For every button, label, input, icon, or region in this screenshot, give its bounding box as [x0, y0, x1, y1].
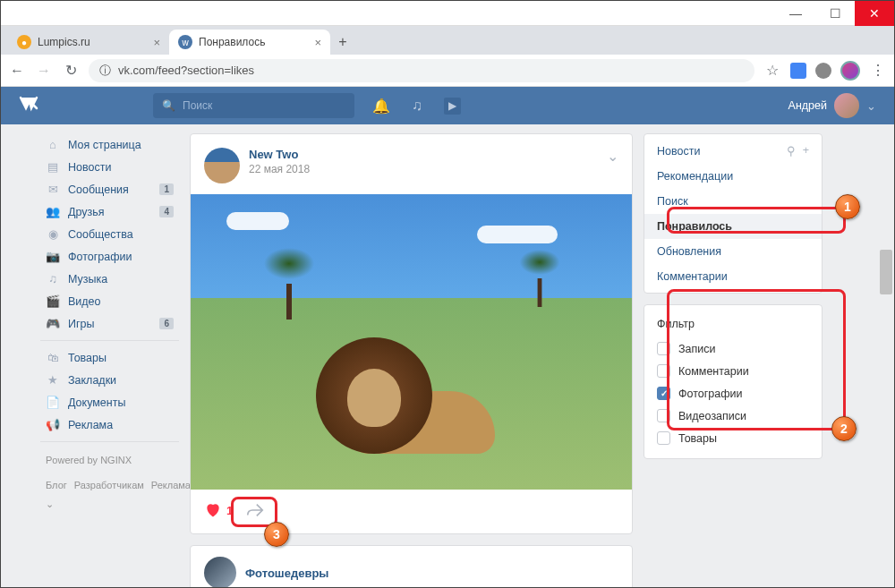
post-author-avatar[interactable] [204, 557, 236, 587]
extension-icon[interactable] [815, 63, 831, 79]
window-minimize[interactable]: — [776, 1, 815, 26]
favicon-icon: ● [17, 35, 31, 49]
nav-reload-button[interactable]: ↻ [62, 62, 80, 80]
checkbox[interactable] [657, 387, 670, 400]
nav-label: Моя страница [68, 139, 141, 151]
address-bar[interactable]: ⓘ vk.com/feed?section=likes [89, 59, 754, 82]
post-image[interactable] [191, 194, 632, 490]
tab-close-icon[interactable]: × [314, 36, 321, 49]
footer-link[interactable]: Реклама [151, 480, 191, 490]
sidebar-item-Моя страница[interactable]: ⌂Моя страница [40, 133, 179, 156]
vk-logo[interactable] [19, 94, 153, 117]
play-icon[interactable]: ▶ [444, 98, 461, 115]
filter-option-Видеозаписи[interactable]: Видеозаписи [644, 405, 822, 427]
sidebar-item-Документы[interactable]: 📄Документы [40, 391, 179, 413]
music-icon[interactable]: ♫ [412, 98, 422, 115]
site-info-icon[interactable]: ⓘ [99, 63, 111, 79]
tab-label: Комментарии [657, 270, 728, 283]
nav-icon: 📷 [46, 250, 60, 263]
filter-option-Фотографии[interactable]: Фотографии [644, 382, 822, 405]
vk-search-input[interactable]: 🔍 Поиск [153, 93, 354, 118]
filter-option-Комментарии[interactable]: Комментарии [644, 360, 822, 382]
like-count: 1 [226, 504, 233, 517]
sidebar-item-Новости[interactable]: ▤Новости [40, 156, 179, 178]
right-tab-Рекомендации[interactable]: Рекомендации [644, 164, 822, 189]
nav-icon: ▤ [46, 160, 60, 174]
tab-label: Поиск [657, 195, 688, 208]
filter-label: Товары [678, 432, 717, 445]
sidebar-item-Товары[interactable]: 🛍Товары [40, 346, 179, 369]
checkbox[interactable] [657, 364, 670, 378]
sidebar-item-Видео[interactable]: 🎬Видео [40, 290, 179, 312]
chevron-down-icon: ⌄ [866, 99, 876, 113]
window-maximize[interactable]: ☐ [815, 1, 855, 26]
browser-tab-vk[interactable]: w Понравилось × [169, 30, 330, 55]
sidebar-item-Сообщения[interactable]: ✉Сообщения1 [40, 178, 179, 200]
sidebar-item-Реклама[interactable]: 📢Реклама [40, 413, 179, 436]
sidebar-item-Сообщества[interactable]: ◉Сообщества [40, 223, 179, 245]
right-tab-Понравилось[interactable]: Понравилось [644, 214, 822, 239]
checkbox[interactable] [657, 409, 670, 422]
filter-option-Записи[interactable]: Записи [644, 337, 822, 360]
post-actions: 1 [204, 500, 618, 520]
nav-forward-button[interactable]: → [35, 62, 53, 80]
search-icon: 🔍 [162, 99, 175, 112]
vk-header: 🔍 Поиск 🔔 ♫ ▶ Андрей ⌄ [1, 87, 894, 124]
browser-menu-icon[interactable]: ⋮ [869, 62, 887, 80]
filter-icon[interactable]: ⚲ [787, 144, 796, 158]
right-tab-Комментарии[interactable]: Комментарии [644, 264, 822, 289]
nav-icon: 👥 [46, 205, 60, 218]
footer-links: БлогРазработчикамРекламаЕщё ⌄ [40, 476, 179, 514]
nav-back-button[interactable]: ← [8, 62, 26, 80]
like-button[interactable]: 1 [204, 501, 233, 519]
badge: 4 [159, 206, 174, 217]
nav-icon: 📢 [46, 418, 60, 431]
right-tab-Обновления[interactable]: Обновления [644, 239, 822, 264]
tab-title: Понравилось [199, 36, 265, 48]
right-tab-Новости[interactable]: Новости⚲+ [644, 138, 822, 164]
url-text: vk.com/feed?section=likes [118, 64, 254, 77]
filter-label: Комментарии [678, 365, 749, 378]
nav-label: Музыка [68, 273, 107, 285]
post-author-name[interactable]: New Two [249, 148, 310, 161]
sidebar-item-Игры[interactable]: 🎮Игры6 [40, 312, 179, 335]
checkbox[interactable] [657, 342, 670, 355]
nav-label: Сообщества [68, 228, 133, 241]
post-date[interactable]: 22 мая 2018 [249, 163, 310, 175]
nav-icon: ◉ [46, 227, 60, 241]
filter-label: Видеозаписи [678, 410, 746, 422]
profile-avatar[interactable] [840, 61, 860, 81]
sidebar-item-Музыка[interactable]: ♫Музыка [40, 268, 179, 290]
browser-tab-lumpics[interactable]: ● Lumpics.ru × [8, 30, 169, 55]
post-author-name[interactable]: Фотошедевры [245, 567, 328, 580]
plus-icon[interactable]: + [803, 144, 809, 158]
post-menu-icon[interactable]: ⌄ [607, 148, 618, 183]
notifications-icon[interactable]: 🔔 [372, 98, 390, 115]
share-icon[interactable] [245, 500, 265, 520]
scrollbar[interactable] [880, 250, 892, 294]
window-close[interactable]: ✕ [855, 1, 894, 26]
extension-icon[interactable] [790, 63, 806, 79]
nav-label: Фотографии [68, 251, 132, 263]
bookmark-star-icon[interactable]: ☆ [763, 62, 781, 80]
vk-user-menu[interactable]: Андрей ⌄ [788, 93, 876, 118]
checkbox[interactable] [657, 431, 670, 445]
heart-icon [204, 501, 222, 519]
filter-option-Товары[interactable]: Товары [644, 427, 822, 449]
nav-icon: ⌂ [46, 138, 60, 151]
new-tab-button[interactable]: + [330, 30, 355, 55]
filter-heading: Фильтр [644, 309, 822, 337]
right-sidebar: Новости⚲+РекомендацииПоискПонравилосьОбн… [644, 133, 823, 587]
footer-link[interactable]: Блог [46, 480, 67, 490]
sidebar-item-Друзья[interactable]: 👥Друзья4 [40, 200, 179, 223]
badge: 6 [159, 318, 174, 329]
tab-close-icon[interactable]: × [153, 36, 160, 49]
right-tab-Поиск[interactable]: Поиск [644, 189, 822, 214]
post-author-avatar[interactable] [204, 148, 240, 183]
nav-label: Закладки [68, 374, 116, 387]
left-sidebar: ⌂Моя страница▤Новости✉Сообщения1👥Друзья4… [40, 133, 179, 587]
sidebar-item-Закладки[interactable]: ★Закладки [40, 369, 179, 391]
filter-box: Фильтр ЗаписиКомментарииФотографииВидеоз… [644, 304, 823, 459]
footer-link[interactable]: Разработчикам [74, 480, 144, 490]
sidebar-item-Фотографии[interactable]: 📷Фотографии [40, 245, 179, 268]
